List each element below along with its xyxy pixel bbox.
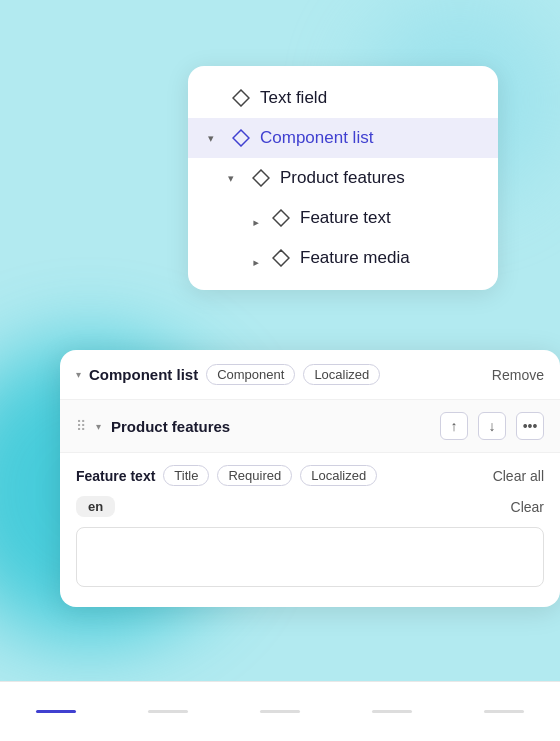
badge-title: Title bbox=[163, 465, 209, 486]
clear-all-button[interactable]: Clear all bbox=[493, 468, 544, 484]
page-segment-3[interactable] bbox=[224, 710, 336, 713]
product-features-row: ⠿ ▾ Product features ↑ ↓ ••• bbox=[60, 400, 560, 453]
clear-button[interactable]: Clear bbox=[511, 499, 544, 515]
tree-item-product-features[interactable]: ▾ Product features bbox=[188, 158, 498, 198]
product-features-title: Product features bbox=[111, 418, 430, 435]
tree-item-feature-text[interactable]: ▾ Feature text bbox=[188, 198, 498, 238]
drag-handle-icon[interactable]: ⠿ bbox=[76, 418, 86, 434]
chevron-right-icon: ▾ bbox=[249, 211, 262, 225]
tree-label-feature-text: Feature text bbox=[300, 208, 391, 228]
tree-item-text-field[interactable]: ▾ Text field bbox=[188, 78, 498, 118]
badge-required: Required bbox=[217, 465, 292, 486]
chevron-icon: ▾ bbox=[208, 132, 222, 145]
tree-label-feature-media: Feature media bbox=[300, 248, 410, 268]
diamond-icon-fm bbox=[272, 249, 290, 267]
page-segment-2[interactable] bbox=[112, 710, 224, 713]
page-line-3 bbox=[260, 710, 300, 713]
editor-header-title: Component list bbox=[89, 366, 198, 383]
pagination-bar bbox=[0, 681, 560, 741]
language-badge: en bbox=[76, 496, 115, 517]
up-arrow-icon: ↑ bbox=[451, 418, 458, 434]
page-line-1 bbox=[36, 710, 76, 713]
tree-item-feature-media[interactable]: ▾ Feature media bbox=[188, 238, 498, 278]
diamond-icon bbox=[232, 89, 250, 107]
page-segment-4[interactable] bbox=[336, 710, 448, 713]
badge-localized: Localized bbox=[300, 465, 377, 486]
diamond-icon-active bbox=[232, 129, 250, 147]
page-line-2 bbox=[148, 710, 188, 713]
chevron-right-icon-2: ▾ bbox=[249, 251, 262, 265]
badge-component: Component bbox=[206, 364, 295, 385]
feature-text-section: Feature text Title Required Localized Cl… bbox=[60, 453, 560, 607]
tree-label-product-features: Product features bbox=[280, 168, 405, 188]
page-line-5 bbox=[484, 710, 524, 713]
feature-text-label: Feature text bbox=[76, 468, 155, 484]
diamond-icon-ft bbox=[272, 209, 290, 227]
diamond-icon-pf bbox=[252, 169, 270, 187]
badge-localized-header: Localized bbox=[303, 364, 380, 385]
move-down-button[interactable]: ↓ bbox=[478, 412, 506, 440]
remove-button[interactable]: Remove bbox=[492, 367, 544, 383]
more-icon: ••• bbox=[523, 418, 538, 434]
tree-label-component-list: Component list bbox=[260, 128, 373, 148]
tree-card: ▾ Text field ▾ Component list ▾ Product … bbox=[188, 66, 498, 290]
lang-row: en Clear bbox=[76, 496, 544, 517]
page-segment-5[interactable] bbox=[448, 710, 560, 713]
feature-text-input[interactable] bbox=[76, 527, 544, 587]
chevron-down-icon: ▾ bbox=[228, 172, 242, 185]
tree-label: Text field bbox=[260, 88, 327, 108]
page-segment-1[interactable] bbox=[0, 710, 112, 713]
editor-chevron-down[interactable]: ▾ bbox=[76, 369, 81, 380]
feature-text-header: Feature text Title Required Localized Cl… bbox=[76, 465, 544, 486]
page-line-4 bbox=[372, 710, 412, 713]
editor-card: ▾ Component list Component Localized Rem… bbox=[60, 350, 560, 607]
down-arrow-icon: ↓ bbox=[489, 418, 496, 434]
editor-header: ▾ Component list Component Localized Rem… bbox=[60, 350, 560, 400]
tree-item-component-list[interactable]: ▾ Component list bbox=[188, 118, 498, 158]
pf-chevron-icon[interactable]: ▾ bbox=[96, 421, 101, 432]
move-up-button[interactable]: ↑ bbox=[440, 412, 468, 440]
more-options-button[interactable]: ••• bbox=[516, 412, 544, 440]
